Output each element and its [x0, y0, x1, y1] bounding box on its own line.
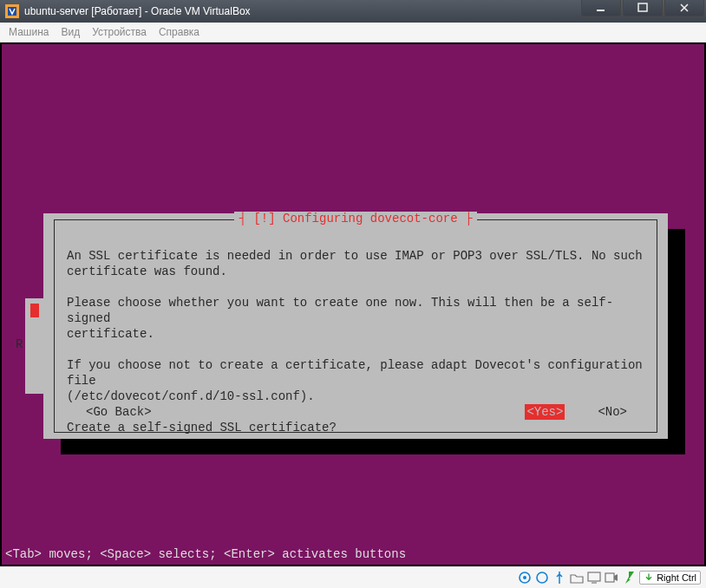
dialog-text-4: Create a self-signed SSL certificate?	[67, 421, 337, 434]
svg-point-5	[537, 572, 547, 583]
nav-hint: <Tab> moves; <Space> selects; <Enter> ac…	[5, 547, 406, 561]
dialog-text-3: If you choose not to create a certificat…	[67, 358, 650, 403]
close-button[interactable]	[664, 0, 704, 16]
arrow-down-icon	[644, 572, 654, 583]
dialog-text-1: An SSL certificate is needed in order to…	[67, 249, 643, 278]
no-button[interactable]: <No>	[598, 404, 627, 420]
statusbar: Right Ctrl	[0, 566, 706, 588]
svg-rect-1	[597, 10, 605, 11]
host-key-label: Right Ctrl	[657, 572, 696, 583]
menu-view[interactable]: Вид	[61, 26, 80, 38]
vbox-icon	[5, 4, 19, 18]
optical-icon[interactable]	[535, 571, 549, 585]
svg-point-4	[523, 576, 526, 579]
config-dialog: ┤ [!] Configuring dovecot-core ├ An SSL …	[43, 213, 668, 439]
dialog-title: ┤ [!] Configuring dovecot-core ├	[234, 212, 478, 225]
go-back-button[interactable]: <Go Back>	[86, 404, 152, 420]
vm-display[interactable]: R ┤ [!] Configuring dovecot-core ├ An SS…	[2, 44, 704, 565]
mouse-integ-icon[interactable]	[622, 571, 636, 585]
menu-machine[interactable]: Машина	[9, 26, 49, 38]
display-icon[interactable]	[587, 571, 601, 585]
menubar: Машина Вид Устройства Справка	[0, 23, 706, 42]
usb-icon[interactable]	[552, 571, 566, 585]
svg-rect-7	[605, 573, 614, 582]
dialog-text-2: Please choose whether you want to create…	[67, 296, 613, 341]
maximize-button[interactable]	[623, 0, 663, 16]
red-marker	[30, 304, 39, 317]
background-char: R	[16, 337, 23, 351]
window-title: ubuntu-server [Работает] - Oracle VM Vir…	[24, 5, 581, 17]
menu-devices[interactable]: Устройства	[92, 26, 147, 38]
host-key-indicator[interactable]: Right Ctrl	[639, 571, 701, 585]
yes-button[interactable]: <Yes>	[525, 404, 565, 420]
hdd-icon[interactable]	[518, 571, 532, 585]
minimize-button[interactable]	[581, 0, 621, 16]
recording-icon[interactable]	[605, 571, 618, 585]
menu-help[interactable]: Справка	[159, 26, 199, 38]
shared-folder-icon[interactable]	[570, 571, 584, 585]
svg-rect-2	[638, 3, 647, 11]
svg-rect-6	[588, 572, 600, 581]
window-titlebar: ubuntu-server [Работает] - Oracle VM Vir…	[0, 0, 706, 23]
